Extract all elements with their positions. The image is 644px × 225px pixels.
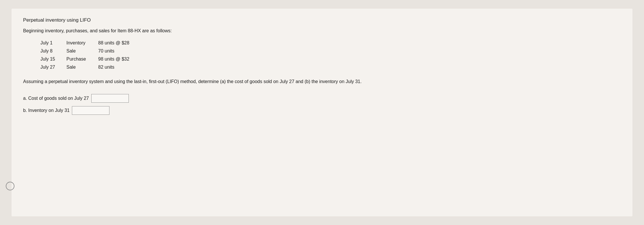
answer-row-0: a. Cost of goods sold on July 27 — [23, 94, 621, 103]
inventory-date: July 8 — [40, 48, 66, 54]
answer-label-1: b. Inventory on July 31 — [23, 108, 70, 113]
page-title: Perpetual inventory using LIFO — [23, 17, 621, 23]
answer-input-0[interactable] — [91, 94, 129, 103]
inventory-type: Sale — [66, 65, 98, 70]
inventory-date: July 15 — [40, 57, 66, 62]
inventory-table: July 1Inventory88 units @ $28July 8Sale7… — [40, 40, 621, 70]
answer-label-0: a. Cost of goods sold on July 27 — [23, 96, 89, 101]
assumption-text: Assuming a perpetual inventory system an… — [23, 78, 485, 85]
answer-section: a. Cost of goods sold on July 27b. Inven… — [23, 94, 621, 115]
content-area: Perpetual inventory using LIFO Beginning… — [12, 9, 632, 216]
inventory-date: July 27 — [40, 65, 66, 70]
inventory-row: July 27Sale82 units — [40, 65, 621, 70]
inventory-date: July 1 — [40, 40, 66, 46]
inventory-detail: 82 units — [98, 65, 114, 70]
inventory-row: July 8Sale70 units — [40, 48, 621, 54]
inventory-detail: 70 units — [98, 48, 114, 54]
inventory-type: Inventory — [66, 40, 98, 46]
intro-text: Beginning inventory, purchases, and sale… — [23, 28, 621, 33]
inventory-row: July 15Purchase98 units @ $32 — [40, 57, 621, 62]
answer-input-1[interactable] — [72, 106, 109, 115]
inventory-type: Purchase — [66, 57, 98, 62]
inventory-detail: 98 units @ $32 — [98, 57, 129, 62]
inventory-detail: 88 units @ $28 — [98, 40, 129, 46]
inventory-type: Sale — [66, 48, 98, 54]
circle-decoration — [6, 182, 14, 190]
answer-row-1: b. Inventory on July 31 — [23, 106, 621, 115]
inventory-row: July 1Inventory88 units @ $28 — [40, 40, 621, 46]
